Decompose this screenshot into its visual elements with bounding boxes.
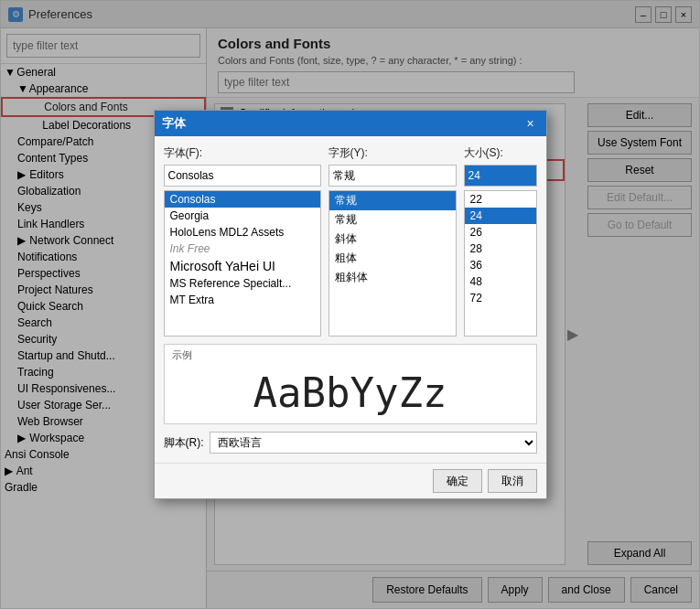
font-list-item[interactable]: Georgia — [165, 208, 320, 224]
style-list-item[interactable]: 粗斜体 — [329, 268, 456, 287]
font-list-item[interactable]: Ink Free — [165, 240, 320, 257]
size-list-item[interactable]: 22 — [465, 191, 536, 208]
dialog-ok-button[interactable]: 确定 — [433, 469, 482, 493]
style-label: 字形(Y): — [328, 145, 457, 161]
font-list: Consolas Georgia HoloLens MDL2 Assets In… — [164, 190, 321, 337]
font-list-item[interactable]: MS Reference Specialt... — [165, 275, 320, 292]
font-input[interactable] — [164, 165, 321, 187]
font-label: 字体(F): — [164, 145, 321, 161]
font-list-item[interactable]: MT Extra — [165, 292, 320, 308]
script-row: 脚本(R): 西欧语言 — [164, 432, 537, 454]
preview-label: 示例 — [172, 348, 529, 362]
preview-text: AaBbYyZz — [172, 366, 529, 420]
size-list-item[interactable]: 72 — [465, 290, 536, 306]
dialog-cancel-button[interactable]: 取消 — [488, 469, 537, 493]
style-list-item[interactable]: 常规 — [329, 191, 456, 210]
font-list-item[interactable]: HoloLens MDL2 Assets — [165, 224, 320, 240]
font-list-item[interactable]: Consolas — [165, 191, 320, 208]
size-list-item[interactable]: 26 — [465, 224, 536, 240]
dialog-titlebar: 字体 × — [155, 111, 546, 136]
style-input[interactable] — [328, 165, 457, 187]
size-list-item[interactable]: 24 — [465, 208, 536, 224]
font-dialog: 字体 × 字体(F): Consolas Georgia HoloLens MD… — [154, 110, 547, 499]
size-list-item[interactable]: 28 — [465, 240, 536, 257]
dialog-title: 字体 — [162, 115, 522, 132]
script-select[interactable]: 西欧语言 — [210, 432, 537, 454]
font-list-item[interactable]: Microsoft YaHei UI — [165, 257, 320, 275]
size-label: 大小(S): — [464, 145, 537, 161]
size-list: 22 24 26 28 36 48 72 — [464, 190, 537, 337]
style-list-item[interactable]: 斜体 — [329, 230, 456, 249]
size-input[interactable] — [464, 165, 537, 187]
script-label: 脚本(R): — [164, 435, 204, 451]
style-list-item[interactable]: 常规 — [329, 210, 456, 230]
size-list-item[interactable]: 36 — [465, 257, 536, 273]
dialog-close-button[interactable]: × — [522, 115, 539, 132]
style-list: 常规 常规 斜体 粗体 粗斜体 — [328, 190, 457, 337]
dialog-overlay: 字体 × 字体(F): Consolas Georgia HoloLens MD… — [1, 1, 699, 608]
size-list-item[interactable]: 48 — [465, 273, 536, 290]
font-preview-section: 示例 AaBbYyZz — [164, 344, 537, 424]
style-list-item[interactable]: 粗体 — [329, 249, 456, 268]
